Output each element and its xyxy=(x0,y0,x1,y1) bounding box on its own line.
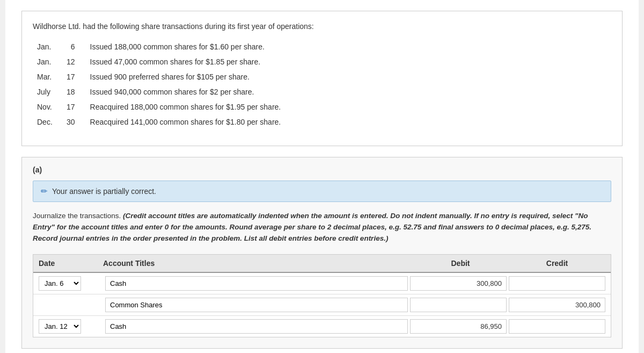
intro-text: Wildhorse Ltd. had the following share t… xyxy=(33,22,611,31)
partial-correct-banner: ✏ Your answer is partially correct. xyxy=(33,181,611,202)
transaction-row: Mar. 17 Issued 900 preferred shares for … xyxy=(33,69,611,84)
credit-cell-2[interactable]: 300,800 xyxy=(509,298,605,312)
transaction-day: 12 xyxy=(62,54,86,69)
transaction-description: Issued 940,000 common shares for $2 per … xyxy=(86,84,611,99)
journal-row: Jan. 6 Jan. 12 Mar. 17 July 18 Nov. 17 D… xyxy=(33,273,611,294)
transaction-month: Mar. xyxy=(33,69,62,84)
pencil-icon: ✏ xyxy=(41,186,48,196)
debit-input-2[interactable] xyxy=(410,298,507,312)
date-select-1[interactable]: Jan. 6 Jan. 12 Mar. 17 July 18 Nov. 17 D… xyxy=(39,276,81,291)
account-cell-1[interactable] xyxy=(105,276,408,291)
account-input-2[interactable] xyxy=(105,298,408,312)
header-debit: Debit xyxy=(412,259,509,268)
debit-display-1: 300,800 xyxy=(410,276,507,291)
debit-cell-2[interactable] xyxy=(410,298,507,312)
instructions-text: Journalize the transactions. (Credit acc… xyxy=(33,211,611,244)
date-select-3[interactable]: Jan. 6 Jan. 12 Mar. 17 July 18 Nov. 17 D… xyxy=(39,319,81,334)
account-cell-3[interactable] xyxy=(105,319,408,334)
transaction-month: Jan. xyxy=(33,39,62,54)
transaction-description: Issued 188,000 common shares for $1.60 p… xyxy=(86,39,611,54)
transaction-day: 17 xyxy=(62,69,86,84)
transaction-description: Issued 47,000 common shares for $1.85 pe… xyxy=(86,54,611,69)
transaction-row: Jan. 12 Issued 47,000 common shares for … xyxy=(33,54,611,69)
transaction-month: Jan. xyxy=(33,54,62,69)
partial-correct-text: Your answer is partially correct. xyxy=(52,187,156,196)
account-input-3[interactable] xyxy=(105,319,408,334)
transaction-description: Reacquired 141,000 common shares for $1.… xyxy=(86,114,611,129)
transaction-description: Reacquired 188,000 common shares for $1.… xyxy=(86,99,611,114)
header-date: Date xyxy=(39,259,103,268)
transaction-month: Nov. xyxy=(33,99,62,114)
header-credit: Credit xyxy=(509,259,605,268)
journal-header: Date Account Titles Debit Credit xyxy=(33,255,611,273)
transaction-row: Jan. 6 Issued 188,000 common shares for … xyxy=(33,39,611,54)
transaction-day: 30 xyxy=(62,114,86,129)
transaction-row: Dec. 30 Reacquired 141,000 common shares… xyxy=(33,114,611,129)
transaction-row: July 18 Issued 940,000 common shares for… xyxy=(33,84,611,99)
transaction-day: 18 xyxy=(62,84,86,99)
journal-row: Jan. 6 Jan. 12 Mar. 17 July 18 Nov. 17 D… xyxy=(33,316,611,337)
part-a-section: (a) ✏ Your answer is partially correct. … xyxy=(21,157,623,349)
part-a-label: (a) xyxy=(33,165,611,174)
credit-display-2: 300,800 xyxy=(509,298,605,312)
debit-cell-1[interactable]: 300,800 xyxy=(410,276,507,291)
transactions-section: Wildhorse Ltd. had the following share t… xyxy=(21,11,623,146)
debit-display-3: 86,950 xyxy=(410,319,507,334)
account-cell-2[interactable] xyxy=(105,298,408,312)
transaction-description: Issued 900 preferred shares for $105 per… xyxy=(86,69,611,84)
transaction-day: 17 xyxy=(62,99,86,114)
transactions-table: Jan. 6 Issued 188,000 common shares for … xyxy=(33,39,611,129)
instructions-bold: (Credit account titles are automatically… xyxy=(33,212,591,242)
header-account-titles: Account Titles xyxy=(103,259,412,268)
credit-cell-1[interactable] xyxy=(509,276,605,291)
transaction-month: Dec. xyxy=(33,114,62,129)
transaction-row: Nov. 17 Reacquired 188,000 common shares… xyxy=(33,99,611,114)
credit-input-3[interactable] xyxy=(509,319,605,334)
date-cell-3[interactable]: Jan. 6 Jan. 12 Mar. 17 July 18 Nov. 17 D… xyxy=(39,319,103,334)
credit-cell-3[interactable] xyxy=(509,319,605,334)
credit-input-1[interactable] xyxy=(509,276,605,291)
date-cell-1[interactable]: Jan. 6 Jan. 12 Mar. 17 July 18 Nov. 17 D… xyxy=(39,276,103,291)
journal-row: 300,800 xyxy=(33,294,611,316)
transaction-day: 6 xyxy=(62,39,86,54)
account-input-1[interactable] xyxy=(105,276,408,291)
transaction-month: July xyxy=(33,84,62,99)
journal-table: Date Account Titles Debit Credit Jan. 6 … xyxy=(33,254,611,337)
debit-cell-3[interactable]: 86,950 xyxy=(410,319,507,334)
